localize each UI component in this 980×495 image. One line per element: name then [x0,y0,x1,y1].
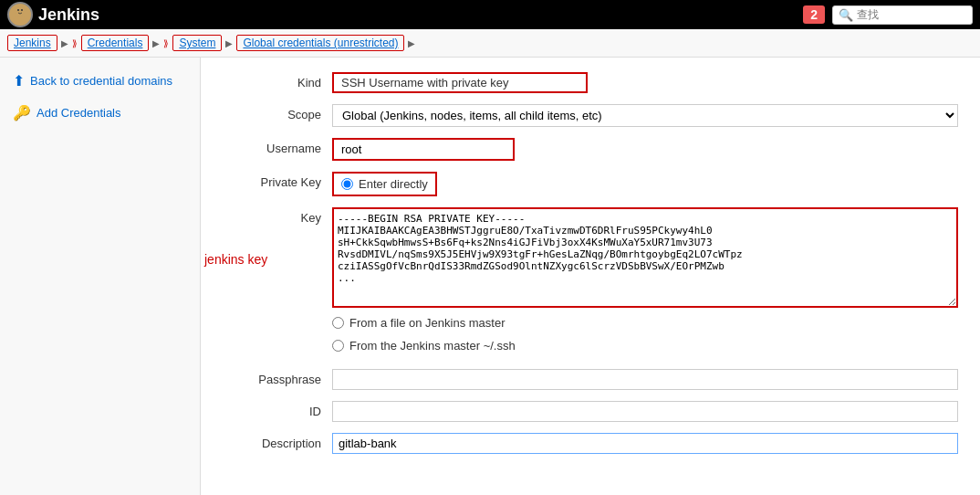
sidebar-item-back[interactable]: ⬆ Back to credential domains [7,68,193,93]
kind-value: SSH Username with private key [332,72,588,93]
scope-select[interactable]: Global (Jenkins, nodes, items, all child… [332,104,958,127]
private-key-control: Enter directly [332,172,958,196]
breadcrumb-global[interactable]: Global credentials (unrestricted) [236,35,404,51]
notification-badge[interactable]: 2 [803,5,825,24]
description-control [332,433,958,454]
breadcrumb-sep-3: ▶ [225,38,233,48]
from-file-radio[interactable] [332,317,344,329]
sidebar-item-add-credentials[interactable]: 🔑 Add Credentials [7,100,193,125]
scope-row: Scope Global (Jenkins, nodes, items, all… [223,104,958,127]
search-icon: 🔍 [839,8,853,22]
passphrase-control [332,369,958,390]
search-box: 🔍 [832,5,973,25]
header-right: 2 🔍 [803,5,973,25]
key-label-text: Key [223,207,332,225]
key-textarea[interactable] [332,207,958,308]
header-left: Jenkins [7,2,99,27]
username-label: Username [223,138,332,155]
passphrase-row: Passphrase [223,369,958,390]
back-icon: ⬆ [13,72,25,90]
sidebar-back-label: Back to credential domains [30,74,172,88]
from-master-row: From the Jenkins master ~/.ssh [332,339,958,358]
scope-control: Global (Jenkins, nodes, items, all child… [332,104,958,127]
jenkins-avatar [7,2,33,27]
breadcrumb-sep-4: ▶ [408,38,415,48]
username-input[interactable] [332,138,515,161]
sidebar-add-label: Add Credentials [36,106,121,120]
app-title: Jenkins [38,5,99,25]
kind-row: Kind SSH Username with private key [223,72,958,93]
id-input[interactable] [332,401,958,422]
breadcrumb-arrow-2: ⟫ [163,38,169,48]
kind-control: SSH Username with private key [332,72,958,93]
from-file-label[interactable]: From a file on Jenkins master [349,316,506,330]
passphrase-label: Passphrase [223,369,332,386]
layout: ⬆ Back to credential domains 🔑 Add Crede… [0,58,980,495]
private-key-label: Private Key [223,172,332,189]
private-key-row: Private Key Enter directly [223,172,958,196]
header: Jenkins 2 🔍 [0,0,980,29]
id-control [332,401,958,422]
from-file-row: From a file on Jenkins master [332,316,958,335]
from-master-option: From the Jenkins master ~/.ssh [332,339,516,353]
passphrase-input[interactable] [332,369,958,390]
breadcrumb-credentials[interactable]: Credentials [81,35,150,51]
key-wrapper: jenkins key [332,207,958,311]
from-master-label[interactable]: From the Jenkins master ~/.ssh [349,339,516,353]
svg-point-1 [17,9,19,11]
enter-directly-radio[interactable] [341,178,353,190]
breadcrumb-arrow-1: ⟫ [72,38,78,48]
svg-point-2 [21,9,23,11]
private-key-box: Enter directly [332,172,437,196]
username-control [332,138,958,161]
breadcrumb-sep-2: ▶ [152,38,160,48]
id-label: ID [223,401,332,418]
from-master-radio[interactable] [332,340,344,352]
breadcrumb-jenkins[interactable]: Jenkins [7,35,57,51]
username-row: Username [223,138,958,161]
search-input[interactable] [857,8,966,21]
description-label: Description [223,433,332,450]
breadcrumb: Jenkins ▶ ⟫ Credentials ▶ ⟫ System ▶ Glo… [0,29,980,58]
id-row: ID [223,401,958,422]
svg-point-0 [16,6,25,16]
sidebar: ⬆ Back to credential domains 🔑 Add Crede… [0,58,201,495]
scope-label: Scope [223,104,332,121]
description-row: Description [223,433,958,454]
from-file-option: From a file on Jenkins master [332,316,506,330]
key-row: Key jenkins key [223,207,958,311]
jenkins-logo: Jenkins [7,2,99,27]
jenkins-key-annotation: jenkins key [204,252,267,267]
kind-label: Kind [223,72,332,90]
breadcrumb-sep-1: ▶ [61,38,68,48]
enter-directly-label[interactable]: Enter directly [359,177,428,191]
main-content: Kind SSH Username with private key Scope… [201,58,980,495]
breadcrumb-system[interactable]: System [172,35,222,51]
key-icon: 🔑 [13,104,31,121]
description-input[interactable] [332,433,958,454]
